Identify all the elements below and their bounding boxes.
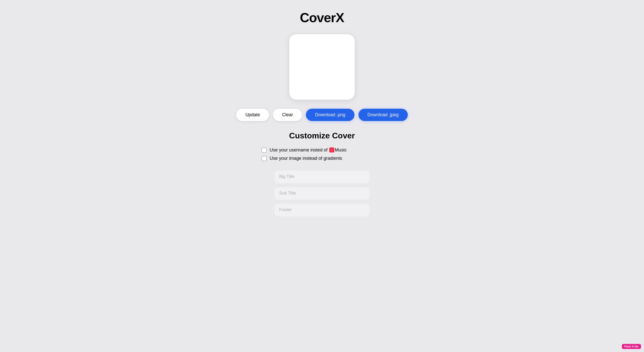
apple-music-icon	[329, 147, 334, 152]
action-buttons: Update Clear Download .png Download .jpe…	[236, 109, 408, 121]
app-title: CoverX	[300, 10, 344, 25]
clear-button[interactable]: Clear	[273, 109, 302, 121]
customize-title: Customize Cover	[289, 131, 355, 140]
checkbox-image[interactable]	[262, 156, 267, 161]
big-title-input[interactable]	[274, 170, 370, 183]
paint-x-badge: Paint X lite	[622, 344, 641, 349]
download-jpeg-button[interactable]: Download .jpeg	[358, 109, 408, 121]
checkbox-username-text: Use your username insted of Music	[270, 147, 347, 153]
download-png-button[interactable]: Download .png	[306, 109, 354, 121]
cover-preview	[289, 34, 355, 100]
checkbox-group: Use your username insted of Music Use yo…	[247, 147, 347, 161]
footer-input[interactable]	[274, 203, 370, 216]
customize-section: Customize Cover Use your username insted…	[247, 131, 397, 216]
sub-title-input[interactable]	[274, 187, 370, 200]
checkbox-username[interactable]	[262, 148, 267, 153]
checkbox-username-label[interactable]: Use your username insted of Music	[262, 147, 347, 153]
input-fields	[274, 170, 370, 216]
update-button[interactable]: Update	[236, 109, 269, 121]
checkbox-image-label[interactable]: Use your image instead of gradients	[262, 156, 347, 161]
checkbox-image-text: Use your image instead of gradients	[270, 156, 342, 161]
